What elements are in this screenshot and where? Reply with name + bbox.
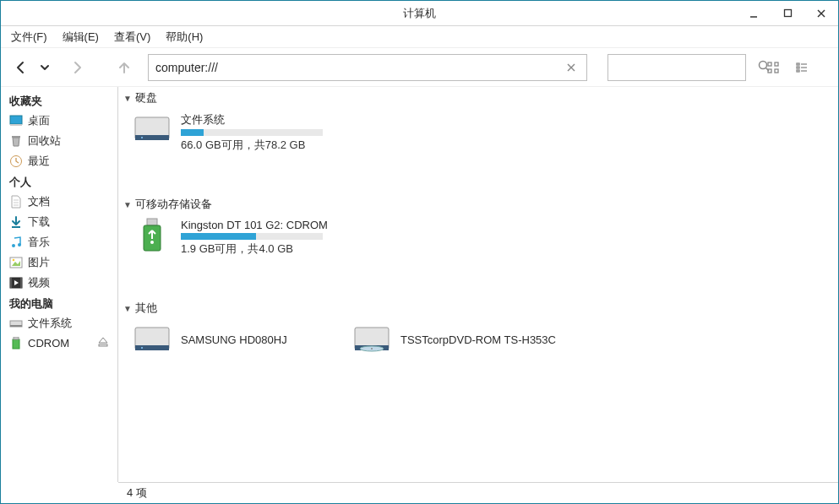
svg-rect-36	[10, 325, 22, 327]
svg-rect-40	[99, 344, 107, 346]
drive-item-tsstcorp[interactable]: TSSTcorpDVD-ROM TS-H353C	[345, 319, 564, 360]
section-title: 可移动存储设备	[135, 197, 212, 212]
section-title: 其他	[135, 301, 157, 316]
desktop-icon	[9, 114, 23, 127]
sidebar-item-documents[interactable]: 文档	[1, 192, 117, 212]
recent-icon	[9, 154, 23, 168]
item-name: Kingston DT 101 G2: CDROM	[181, 219, 328, 231]
section-hdd[interactable]: ▼ 硬盘	[118, 87, 838, 109]
drive-item-filesystem[interactable]: 文件系统 66.0 GB可用，共78.2 GB	[125, 109, 345, 156]
menu-help[interactable]: 帮助(H)	[162, 28, 206, 46]
svg-point-30	[13, 259, 15, 262]
sidebar-item-pictures[interactable]: 图片	[1, 252, 117, 273]
usage-bar	[181, 129, 323, 136]
forward-button[interactable]	[67, 57, 87, 78]
sidebar-item-label: 回收站	[28, 133, 61, 149]
sidebar-item-filesystem[interactable]: 文件系统	[1, 313, 117, 333]
chevron-down-icon: ▼	[123, 94, 132, 103]
clear-location-button[interactable]	[563, 59, 580, 76]
sidebar-item-label: 桌面	[28, 113, 50, 128]
toolbar	[1, 48, 838, 87]
location-input[interactable]	[155, 61, 563, 74]
search-input[interactable]	[615, 61, 757, 73]
svg-rect-8	[768, 62, 771, 66]
usage-fill	[181, 129, 204, 136]
sidebar-item-desktop[interactable]: 桌面	[1, 111, 117, 131]
window-controls	[737, 1, 838, 25]
svg-rect-37	[13, 339, 19, 349]
svg-point-53	[371, 348, 373, 350]
svg-rect-48	[135, 345, 169, 350]
svg-rect-11	[775, 69, 778, 73]
sidebar-item-label: 图片	[28, 255, 50, 270]
svg-point-46	[150, 241, 154, 244]
svg-point-43	[141, 137, 143, 138]
menubar: 文件(F) 编辑(E) 查看(V) 帮助(H)	[1, 26, 838, 48]
menu-view[interactable]: 查看(V)	[111, 28, 154, 46]
svg-rect-44	[147, 219, 157, 225]
window-title: 计算机	[403, 6, 436, 21]
svg-rect-18	[10, 116, 22, 124]
documents-icon	[9, 195, 23, 209]
sidebar-item-label: 视频	[28, 275, 50, 290]
window: 计算机 文件(F) 编辑(E) 查看(V) 帮助(H)	[0, 0, 839, 504]
svg-rect-20	[12, 136, 20, 138]
sidebar-item-music[interactable]: 音乐	[1, 232, 117, 252]
eject-icon[interactable]	[97, 336, 109, 350]
svg-point-49	[141, 347, 143, 349]
location-bar[interactable]	[148, 54, 587, 81]
svg-rect-16	[797, 70, 799, 72]
drive-item-kingston[interactable]: Kingston DT 101 G2: CDROM 1.9 GB可用，共4.0 …	[125, 215, 345, 260]
sidebar-item-recent[interactable]: 最近	[1, 151, 117, 171]
icon-view-button[interactable]	[765, 59, 782, 76]
list-view-button[interactable]	[793, 59, 810, 76]
sidebar-section-computer: 我的电脑	[1, 293, 117, 313]
download-icon	[9, 215, 23, 229]
drive-item-samsung[interactable]: SAMSUNG HD080HJ	[125, 319, 345, 360]
usb-icon	[9, 337, 23, 350]
svg-rect-9	[775, 62, 778, 66]
sidebar-item-label: 最近	[28, 154, 50, 169]
search-box[interactable]	[607, 54, 746, 81]
item-name: TSSTcorpDVD-ROM TS-H353C	[400, 333, 556, 346]
sidebar-item-label: 下载	[28, 214, 50, 230]
usage-fill	[181, 233, 256, 240]
maximize-button[interactable]	[771, 1, 804, 25]
sidebar-item-downloads[interactable]: 下载	[1, 212, 117, 232]
sidebar-item-label: 文件系统	[28, 316, 72, 331]
svg-rect-19	[10, 124, 22, 126]
status-text: 4 项	[127, 485, 147, 501]
sidebar-section-favorites: 收藏夹	[1, 90, 117, 111]
svg-marker-39	[99, 338, 107, 343]
sidebar-item-label: 音乐	[28, 235, 50, 250]
section-removable[interactable]: ▼ 可移动存储设备	[118, 193, 838, 215]
menu-edit[interactable]: 编辑(E)	[59, 28, 102, 46]
menu-file[interactable]: 文件(F)	[8, 28, 51, 46]
music-icon	[9, 236, 23, 249]
svg-point-27	[18, 243, 21, 247]
sidebar-item-label: CDROM	[28, 337, 69, 350]
close-button[interactable]	[804, 1, 838, 25]
item-sub: 66.0 GB可用，共78.2 GB	[181, 138, 323, 153]
view-switcher	[765, 59, 810, 76]
history-dropdown-button[interactable]	[35, 57, 55, 78]
sidebar-item-trash[interactable]: 回收站	[1, 131, 117, 151]
up-button[interactable]	[114, 57, 134, 78]
harddrive-icon	[132, 322, 172, 356]
sidebar-item-cdrom[interactable]: CDROM	[1, 333, 117, 353]
body: 收藏夹 桌面 回收站 最近 个人 文档 下载	[1, 87, 838, 482]
svg-rect-10	[768, 69, 771, 73]
usb-drive-icon	[132, 219, 172, 252]
section-title: 硬盘	[135, 90, 157, 106]
svg-rect-32	[10, 278, 12, 288]
minimize-button[interactable]	[737, 1, 771, 25]
back-button[interactable]	[11, 57, 31, 78]
content-area: ▼ 硬盘 文件系统 66.0 GB可用，共78.2 GB ▼	[118, 87, 838, 482]
pictures-icon	[9, 256, 23, 269]
section-other[interactable]: ▼ 其他	[118, 297, 838, 319]
titlebar: 计算机	[1, 1, 838, 26]
sidebar-item-videos[interactable]: 视频	[1, 273, 117, 293]
chevron-down-icon: ▼	[123, 200, 132, 209]
svg-rect-1	[784, 10, 791, 17]
optical-drive-icon	[351, 322, 392, 356]
